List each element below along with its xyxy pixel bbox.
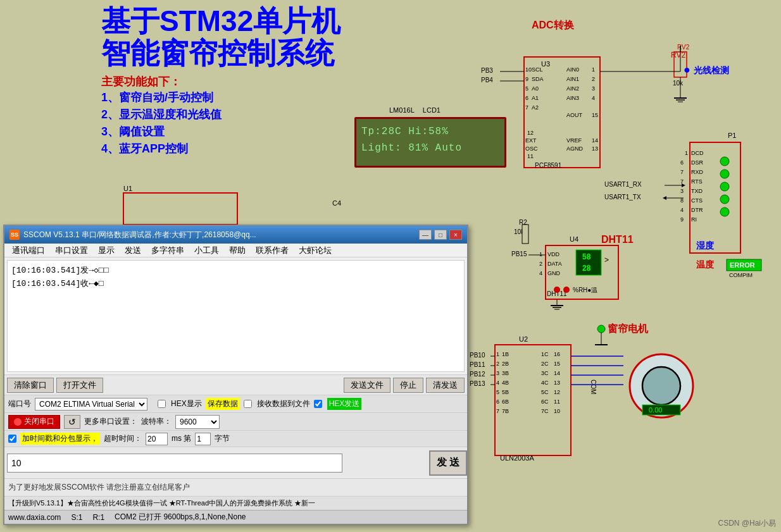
- log-line-2: [10:16:03.544]收←◆□: [11, 278, 460, 291]
- timeout-unit: ms 第: [172, 433, 191, 444]
- sscom-bottom-status: www.daxia.com S:1 R:1 COM2 已打开 9600bps,8…: [4, 510, 467, 524]
- menu-tools[interactable]: 小工具: [189, 244, 224, 257]
- lcd-line2: Light: 81% Auto: [361, 140, 499, 157]
- send-input[interactable]: [7, 454, 342, 473]
- open-file-button[interactable]: 打开文件: [56, 378, 103, 393]
- menu-multistring[interactable]: 多字符串: [146, 244, 189, 257]
- recv-to-file-label: 接收数据到文件: [257, 399, 310, 409]
- lm016l-label: LM016L: [389, 106, 415, 114]
- stop-button[interactable]: 停止: [393, 378, 423, 393]
- timestamp-label: 加时间戳和分包显示，: [20, 433, 100, 445]
- byte-unit: 字节: [215, 433, 230, 444]
- send-button[interactable]: 发 送: [429, 450, 467, 476]
- close-port-label: 关闭串口: [24, 416, 54, 427]
- humidity-label: 湿度: [696, 240, 714, 252]
- motor-label: 窗帘电机: [608, 323, 648, 336]
- promo-text: 为了更好地发展SSCOM软件 请您注册嘉立创结尾客户: [8, 482, 190, 493]
- port-label: 端口号: [8, 399, 31, 409]
- title-line2: 智能窗帘控制系统: [101, 37, 481, 70]
- menu-help[interactable]: 帮助: [224, 244, 251, 257]
- sscom-titlebar: SS SSCOM V5.13.1 串口/网络数据调试器,作者:大虾丁丁,2618…: [4, 226, 467, 244]
- sscom-window: SS SSCOM V5.13.1 串口/网络数据调试器,作者:大虾丁丁,2618…: [3, 225, 468, 525]
- send-file-button[interactable]: 发送文件: [344, 378, 390, 393]
- timestamp-row: 加时间戳和分包显示， 超时时间： ms 第 字节: [4, 430, 467, 447]
- minimize-button[interactable]: —: [419, 230, 432, 240]
- sscom-promo: 为了更好地发展SSCOM软件 请您注册嘉立创结尾客户: [4, 478, 467, 496]
- lcd-label-area: LM016L LCD1: [389, 106, 440, 115]
- light-detect-label: ● 光线检测: [684, 63, 729, 77]
- menu-send[interactable]: 发送: [120, 244, 146, 257]
- sscom-port-row: 关闭串口 ↺ 更多串口设置： 波特率： 9600: [4, 412, 467, 430]
- maximize-button[interactable]: □: [434, 230, 447, 240]
- menu-comport[interactable]: 通讯端口: [7, 244, 50, 257]
- rv2-label: RV2: [671, 51, 685, 59]
- features-title: 主要功能如下：: [101, 74, 481, 89]
- baud-selector[interactable]: 9600: [175, 415, 220, 429]
- byte-input[interactable]: [195, 433, 211, 445]
- save-data-label: 保存数据: [206, 398, 240, 410]
- adc-label: ADC转换: [532, 19, 574, 32]
- title-line1: 基于STM32单片机: [101, 5, 481, 37]
- clear-window-button[interactable]: 清除窗口: [7, 378, 54, 393]
- refresh-button[interactable]: ↺: [64, 415, 80, 429]
- sscom-log[interactable]: [10:16:03.541]发→◇□□ [10:16:03.544]收←◆□: [7, 260, 465, 372]
- lcd-line1: Tp:28C Hi:58%: [361, 124, 499, 140]
- red-indicator: [14, 418, 22, 426]
- sscom-title-text: SSCOM V5.13.1 串口/网络数据调试器,作者:大虾丁丁,2618058…: [23, 230, 419, 240]
- feature-1: 1、窗帘自动/手动控制: [101, 89, 481, 106]
- lcd1-label: LCD1: [423, 106, 440, 114]
- s-count-label: S:1: [71, 513, 82, 522]
- timeout-input[interactable]: [146, 433, 168, 445]
- lcd-display: Tp:28C Hi:58% Light: 81% Auto: [354, 117, 506, 168]
- sscom-icon: SS: [9, 230, 20, 240]
- menu-serial-settings[interactable]: 串口设置: [50, 244, 93, 257]
- website-label: www.daxia.com: [8, 513, 61, 522]
- timestamp-checkbox[interactable]: [8, 435, 16, 443]
- close-button[interactable]: ×: [449, 230, 462, 240]
- hex-send-checkbox[interactable]: [314, 400, 322, 408]
- hex-display-checkbox[interactable]: [158, 400, 166, 408]
- menu-contact[interactable]: 联系作者: [251, 244, 294, 257]
- dht-label: DHT11: [601, 234, 634, 245]
- clear-send-button[interactable]: 清发送: [426, 378, 465, 393]
- menu-display[interactable]: 显示: [93, 244, 120, 257]
- temp-label: 温度: [696, 259, 714, 271]
- recv-to-file-checkbox[interactable]: [244, 400, 252, 408]
- timeout-label: 超时时间：: [104, 433, 142, 444]
- baud-label: 波特率：: [141, 416, 172, 427]
- menu-forum[interactable]: 大虾论坛: [294, 244, 337, 257]
- log-line-1: [10:16:03.541]发→◇□□: [11, 264, 460, 278]
- ticker-text: 【升级到V5.13.1】★合宙高性价比4G模块值得一试 ★RT-Thread中国…: [8, 498, 315, 508]
- sscom-ticker: 【升级到V5.13.1】★合宙高性价比4G模块值得一试 ★RT-Thread中国…: [4, 496, 467, 510]
- sscom-menubar: 通讯端口 串口设置 显示 发送 多字符串 小工具 帮助 联系作者 大虾论坛: [4, 244, 467, 257]
- window-controls: — □ ×: [419, 230, 462, 240]
- send-row: 发 送: [4, 447, 467, 478]
- csdn-watermark: CSDN @Hai小易: [718, 518, 776, 529]
- sscom-statusrow: 端口号 COM2 ELTIMA Virtual Serial HEX显示 保存数…: [4, 395, 467, 412]
- hex-display-label: HEX显示: [171, 399, 202, 409]
- hex-send-label: HEX发送: [327, 398, 362, 410]
- port-selector[interactable]: COM2 ELTIMA Virtual Serial: [35, 398, 147, 411]
- com-status-label: COM2 已打开 9600bps,8,1,None,None: [115, 512, 246, 523]
- r-count-label: R:1: [92, 513, 104, 522]
- sscom-toolbar-row: 清除窗口 打开文件 发送文件 停止 清发送: [4, 374, 467, 395]
- more-settings-label: 更多串口设置：: [84, 416, 137, 427]
- close-port-button[interactable]: 关闭串口: [8, 415, 60, 429]
